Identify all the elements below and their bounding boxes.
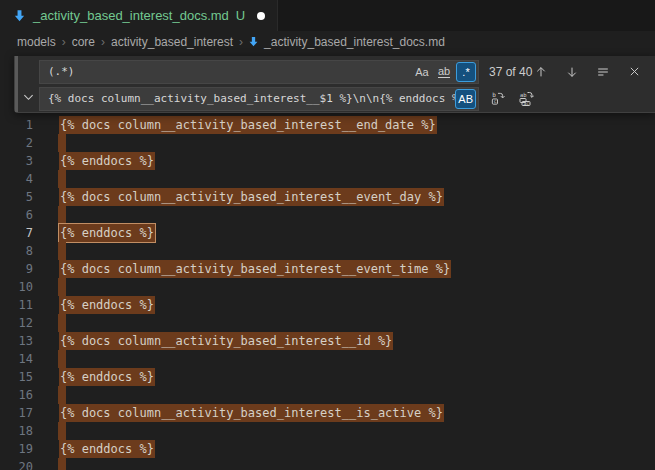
next-match-button[interactable] [563, 63, 581, 81]
code-line[interactable]: 9 {% docs column__activity_based_interes… [0, 260, 655, 278]
line-number: 18 [0, 422, 33, 440]
empty-line-match-highlight [58, 314, 66, 332]
line-number: 14 [0, 350, 33, 368]
code-line[interactable]: 20 [0, 458, 655, 470]
vscode-window: _activity_based_interest_docs.md U model… [0, 0, 655, 470]
find-input[interactable]: (.*) Aa ab .* [39, 60, 479, 84]
breadcrumb-file-label: _activity_based_interest_docs.md [264, 35, 445, 49]
tab-activity-based-interest-docs[interactable]: _activity_based_interest_docs.md U [0, 0, 278, 31]
empty-line-match-highlight [58, 170, 66, 188]
replace-input[interactable]: {% docs column__activity_based_interest_… [39, 87, 479, 111]
replace-button[interactable]: b c [488, 90, 506, 108]
preserve-case-toggle[interactable]: AB [455, 89, 476, 109]
code-line[interactable]: 14 [0, 350, 655, 368]
code-line[interactable]: 12 [0, 314, 655, 332]
code-text: {% enddocs %} [59, 224, 155, 242]
breadcrumb-file[interactable]: _activity_based_interest_docs.md [248, 35, 445, 49]
regex-toggle[interactable]: .* [456, 62, 476, 82]
line-number: 7 [0, 224, 33, 242]
line-number: 9 [0, 260, 33, 278]
empty-line-match-highlight [58, 350, 66, 368]
line-number: 1 [0, 116, 33, 134]
breadcrumb: models › core › activity_based_interest … [0, 31, 655, 52]
code-line[interactable]: 8 [0, 242, 655, 260]
empty-line-match-highlight [58, 206, 66, 224]
breadcrumb-models[interactable]: models [17, 35, 56, 49]
code-line[interactable]: 18 [0, 422, 655, 440]
line-number: 11 [0, 296, 33, 314]
code-line[interactable]: 4 [0, 170, 655, 188]
replace-all-button[interactable]: ab ac [517, 90, 535, 108]
code-line[interactable]: 16 [0, 386, 655, 404]
empty-line-match-highlight [58, 242, 66, 260]
breadcrumb-separator: › [62, 35, 66, 49]
code-text: {% enddocs %} [59, 368, 155, 386]
code-line[interactable]: 3 {% enddocs %} [0, 152, 655, 170]
code-text: {% docs column__activity_based_interest_… [59, 404, 444, 422]
empty-line-match-highlight [58, 458, 66, 470]
previous-match-button[interactable] [532, 63, 550, 81]
find-query-text: (.*) [48, 65, 412, 78]
empty-line-match-highlight [58, 422, 66, 440]
line-number: 4 [0, 170, 33, 188]
code-line[interactable]: 1 {% docs column__activity_based_interes… [0, 116, 655, 134]
breadcrumb-core[interactable]: core [72, 35, 95, 49]
svg-text:ac: ac [524, 101, 530, 106]
code-line[interactable]: 15 {% enddocs %} [0, 368, 655, 386]
tab-label: _activity_based_interest_docs.md [33, 8, 229, 23]
svg-text:b: b [492, 91, 496, 98]
line-number: 13 [0, 332, 33, 350]
line-number: 10 [0, 278, 33, 296]
find-in-selection-icon[interactable] [594, 63, 612, 81]
code-line[interactable]: 13 {% docs column__activity_based_intere… [0, 332, 655, 350]
code-line[interactable]: 19 {% enddocs %} [0, 440, 655, 458]
code-text: {% enddocs %} [59, 152, 155, 170]
breadcrumb-separator: › [239, 35, 243, 49]
match-case-toggle[interactable]: Aa [412, 62, 432, 82]
line-number: 6 [0, 206, 33, 224]
find-replace-widget: (.*) Aa ab .* 37 of 40 [14, 56, 655, 113]
code-line[interactable]: 10 [0, 278, 655, 296]
code-line[interactable]: 5 {% docs column__activity_based_interes… [0, 188, 655, 206]
tab-bar: _activity_based_interest_docs.md U [0, 0, 655, 31]
line-number: 2 [0, 134, 33, 152]
code-line[interactable]: 2 [0, 134, 655, 152]
line-number: 16 [0, 386, 33, 404]
code-line[interactable]: 17 {% docs column__activity_based_intere… [0, 404, 655, 422]
markdown-file-icon [248, 36, 259, 47]
code-line[interactable]: 7 {% enddocs %} [0, 224, 655, 242]
line-number: 12 [0, 314, 33, 332]
line-number: 20 [0, 458, 33, 470]
line-number: 3 [0, 152, 33, 170]
whole-word-toggle[interactable]: ab [434, 62, 454, 82]
close-icon[interactable] [625, 63, 643, 81]
find-widget-resize-sash[interactable] [15, 56, 18, 112]
line-number: 15 [0, 368, 33, 386]
toggle-replace-chevron-icon[interactable] [21, 90, 35, 104]
empty-line-match-highlight [58, 134, 66, 152]
line-number: 19 [0, 440, 33, 458]
code-line[interactable]: 11 {% enddocs %} [0, 296, 655, 314]
line-number: 8 [0, 242, 33, 260]
line-number: 17 [0, 404, 33, 422]
editor: (.*) Aa ab .* 37 of 40 [0, 52, 655, 470]
code-text: {% docs column__activity_based_interest_… [59, 332, 393, 350]
code-text: {% docs column__activity_based_interest_… [59, 260, 451, 278]
svg-text:c: c [493, 98, 496, 104]
code-text: {% docs column__activity_based_interest_… [59, 188, 444, 206]
code-text: {% enddocs %} [59, 440, 155, 458]
empty-line-match-highlight [58, 278, 66, 296]
code-text: {% enddocs %} [59, 296, 155, 314]
git-status-badge: U [236, 8, 245, 23]
find-results-count: 37 of 40 [489, 65, 532, 79]
empty-line-match-highlight [58, 386, 66, 404]
unsaved-changes-dot[interactable] [257, 12, 265, 20]
line-number: 5 [0, 188, 33, 206]
code-area[interactable]: 1 {% docs column__activity_based_interes… [0, 116, 655, 470]
breadcrumb-activity-based-interest[interactable]: activity_based_interest [111, 35, 233, 49]
code-line[interactable]: 6 [0, 206, 655, 224]
markdown-file-icon [13, 9, 26, 22]
breadcrumb-separator: › [101, 35, 105, 49]
replace-value-text: {% docs column__activity_based_interest_… [48, 92, 455, 105]
svg-text:ab: ab [520, 91, 527, 97]
